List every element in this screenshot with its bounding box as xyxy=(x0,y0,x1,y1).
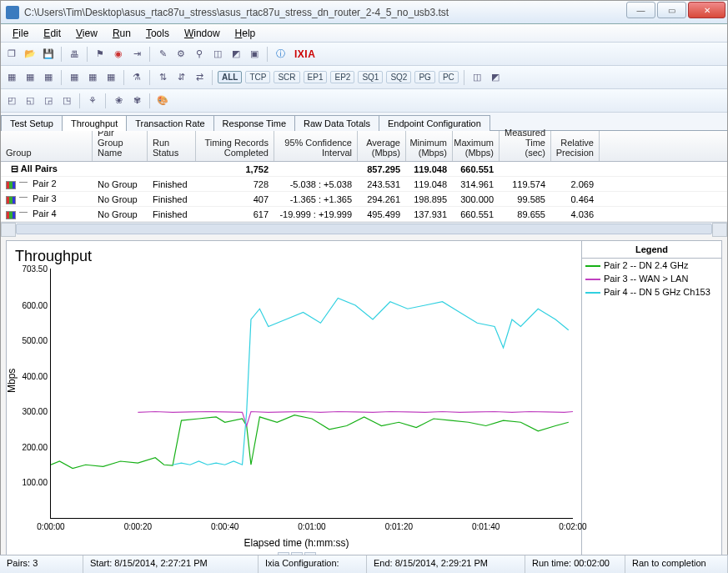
menu-edit[interactable]: Edit xyxy=(37,26,68,41)
step-icon[interactable]: ⇥ xyxy=(129,47,144,62)
tool4-icon[interactable]: ◫ xyxy=(210,47,225,62)
ex7-icon[interactable]: ✾ xyxy=(129,93,144,108)
col-rp[interactable]: Relative Precision xyxy=(551,131,600,161)
summary-row[interactable]: ⊟ All Pairs 1,752 857.295 119.048 660.55… xyxy=(1,162,727,177)
tab-endpoint-configuration[interactable]: Endpoint Configuration xyxy=(379,115,490,131)
bar-icon xyxy=(6,211,16,219)
col-group[interactable]: Group xyxy=(1,131,93,161)
legend-item[interactable]: Pair 2 -- DN 2.4 GHz xyxy=(582,259,721,272)
tab-throughput[interactable]: Throughput xyxy=(62,115,127,131)
tabstrip: Test SetupThroughputTransaction RateResp… xyxy=(1,113,727,131)
tab-response-time[interactable]: Response Time xyxy=(213,115,295,131)
ex2-icon[interactable]: ◱ xyxy=(23,93,38,108)
menu-run[interactable]: Run xyxy=(106,26,138,41)
col-avg[interactable]: Average (Mbps) xyxy=(358,131,406,161)
ex1-icon[interactable]: ◰ xyxy=(4,93,19,108)
ex3-icon[interactable]: ◲ xyxy=(41,93,56,108)
col-ci[interactable]: 95% Confidence Interval xyxy=(274,131,358,161)
x-tick: 0:01:40 xyxy=(472,522,500,531)
filter-sq1[interactable]: SQ1 xyxy=(358,71,383,83)
chart-title: Throughput xyxy=(15,248,578,265)
bar-icon xyxy=(6,196,16,204)
menu-tools[interactable]: Tools xyxy=(139,26,176,41)
window-title: C:\Users\Tim\Desktop\asus_rtac87u_stress… xyxy=(24,7,626,18)
maximize-button[interactable]: ▭ xyxy=(657,2,686,18)
titlebar: C:\Users\Tim\Desktop\asus_rtac87u_stress… xyxy=(1,1,727,24)
legend-title: Legend xyxy=(582,241,721,259)
grid-header: Group Pair Group Name Run Status Timing … xyxy=(1,131,727,162)
x-tick: 0:01:00 xyxy=(298,522,325,531)
ex4-icon[interactable]: ◳ xyxy=(59,93,74,108)
tab-test-setup[interactable]: Test Setup xyxy=(1,115,63,131)
filter-ep1[interactable]: EP1 xyxy=(304,71,328,83)
tab-transaction-rate[interactable]: Transaction Rate xyxy=(126,115,213,131)
toolbar-extra: ◰ ◱ ◲ ◳ ⚘ ❀ ✾ 🎨 xyxy=(1,89,727,113)
mon5-icon[interactable]: ▦ xyxy=(85,70,100,85)
menu-window[interactable]: Window xyxy=(178,26,227,41)
grid-scrollbar[interactable] xyxy=(1,222,727,235)
stop-icon[interactable]: ◉ xyxy=(111,47,126,62)
info-icon[interactable]: ⓘ xyxy=(273,47,288,62)
new-icon[interactable]: ❐ xyxy=(4,47,19,62)
col-mt[interactable]: Measured Time (sec) xyxy=(500,131,551,161)
col-pgn[interactable]: Pair Group Name xyxy=(93,131,148,161)
menu-file[interactable]: File xyxy=(6,26,35,41)
minimize-button[interactable]: — xyxy=(626,2,655,18)
filter-pc[interactable]: PC xyxy=(439,71,459,83)
mon6-icon[interactable]: ▦ xyxy=(103,70,118,85)
y-tick: 100.00 xyxy=(9,478,48,487)
menu-view[interactable]: View xyxy=(69,26,104,41)
run-icon[interactable]: ⚑ xyxy=(93,47,108,62)
legend-item[interactable]: Pair 3 -- WAN > LAN xyxy=(582,272,721,285)
sort2-icon[interactable]: ⇵ xyxy=(173,70,188,85)
tool2-icon[interactable]: ⚙ xyxy=(173,47,188,62)
mon1-icon[interactable]: ▦ xyxy=(4,70,19,85)
statusbar: Pairs: 3 Start: 8/15/2014, 2:27:21 PM Ix… xyxy=(0,555,728,573)
status-start: Start: 8/15/2014, 2:27:21 PM xyxy=(83,555,259,573)
y-tick: 703.50 xyxy=(9,264,48,274)
col-run[interactable]: Run Status xyxy=(148,131,196,161)
table-row[interactable]: Pair 4No GroupFinished617-19.999 : +19.9… xyxy=(1,207,727,222)
save-icon[interactable]: 💾 xyxy=(41,47,56,62)
view1-icon[interactable]: ◫ xyxy=(469,70,484,85)
table-row[interactable]: Pair 2No GroupFinished728-5.038 : +5.038… xyxy=(1,177,727,192)
legend-item[interactable]: Pair 4 -- DN 5 GHz Ch153 xyxy=(582,285,721,299)
filter-tcp[interactable]: TCP xyxy=(245,71,270,83)
col-min[interactable]: Minimum (Mbps) xyxy=(406,131,453,161)
mon2-icon[interactable]: ▦ xyxy=(23,70,38,85)
chart-container: Throughput Mbps 100.00200.00300.00400.00… xyxy=(6,240,722,557)
sort1-icon[interactable]: ⇅ xyxy=(155,70,170,85)
print-icon[interactable]: 🖶 xyxy=(67,47,82,62)
filter-ep2[interactable]: EP2 xyxy=(330,71,354,83)
mon7-icon[interactable]: ⚗ xyxy=(129,70,144,85)
view2-icon[interactable]: ◩ xyxy=(488,70,503,85)
filter-pg[interactable]: PG xyxy=(414,71,434,83)
filter-scr[interactable]: SCR xyxy=(274,71,299,83)
open-icon[interactable]: 📂 xyxy=(23,47,38,62)
x-tick: 0:00:00 xyxy=(37,522,64,531)
col-max[interactable]: Maximum (Mbps) xyxy=(453,131,500,161)
y-tick: 500.00 xyxy=(9,336,48,345)
ex5-icon[interactable]: ⚘ xyxy=(85,93,100,108)
x-tick: 0:00:40 xyxy=(211,522,238,531)
tool6-icon[interactable]: ▣ xyxy=(247,47,262,62)
sort3-icon[interactable]: ⇄ xyxy=(192,70,207,85)
tool-icon[interactable]: ✎ xyxy=(155,47,170,62)
mon4-icon[interactable]: ▦ xyxy=(67,70,82,85)
filter-sq2[interactable]: SQ2 xyxy=(386,71,411,83)
tool3-icon[interactable]: ⚲ xyxy=(192,47,207,62)
menu-help[interactable]: Help xyxy=(228,26,263,41)
mon3-icon[interactable]: ▦ xyxy=(41,70,56,85)
palette-icon[interactable]: 🎨 xyxy=(155,93,170,108)
ex6-icon[interactable]: ❀ xyxy=(111,93,126,108)
tree-icon xyxy=(19,194,29,202)
col-timing[interactable]: Timing Records Completed xyxy=(196,131,274,161)
tool5-icon[interactable]: ◩ xyxy=(228,47,244,62)
tab-raw-data-totals[interactable]: Raw Data Totals xyxy=(294,115,379,131)
app-icon xyxy=(6,6,19,19)
close-button[interactable]: ✕ xyxy=(688,2,725,18)
table-row[interactable]: Pair 3No GroupFinished407-1.365 : +1.365… xyxy=(1,192,727,207)
summary-avg: 857.295 xyxy=(358,163,406,175)
x-axis-label: Elapsed time (h:mm:ss) xyxy=(15,537,578,549)
filter-all[interactable]: ALL xyxy=(218,71,242,83)
